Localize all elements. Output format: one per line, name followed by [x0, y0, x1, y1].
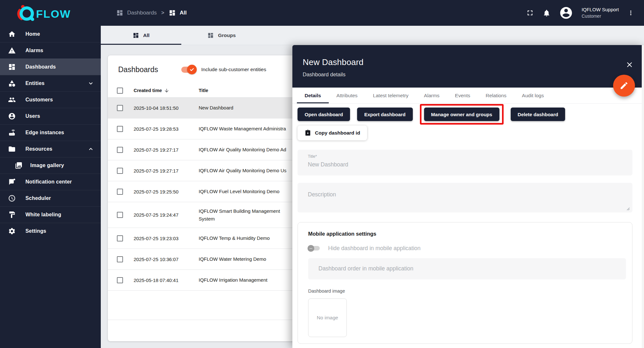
- clock-icon: [8, 194, 16, 202]
- description-field[interactable]: Description: [298, 183, 632, 212]
- check-icon: [189, 67, 194, 72]
- topbar-actions: IQFLOW Support Customer: [526, 6, 644, 20]
- sidebar-nav: Home Alarms Dashboards Entities Customer…: [0, 26, 101, 348]
- row-checkbox[interactable]: [117, 189, 123, 195]
- dashboard-order-field[interactable]: Dashboard order in mobile application: [308, 258, 626, 279]
- row-checkbox[interactable]: [117, 235, 123, 241]
- breadcrumb-dashboards[interactable]: Dashboards: [116, 9, 157, 16]
- row-checkbox[interactable]: [117, 277, 123, 283]
- row-checkbox[interactable]: [117, 168, 123, 174]
- tab-details[interactable]: Details: [297, 88, 329, 103]
- panel-tabs: Details Attributes Latest telemetry Alar…: [292, 88, 644, 104]
- row-checkbox[interactable]: [117, 147, 123, 153]
- people-icon: [8, 96, 16, 104]
- user-info: IQFLOW Support Customer: [582, 6, 619, 19]
- app-logo[interactable]: FLOW: [0, 4, 101, 22]
- include-subcustomer-toggle[interactable]: [181, 66, 196, 73]
- sidebar-item-edge-instances[interactable]: Edge instances: [0, 124, 101, 141]
- sidebar-item-alarms[interactable]: Alarms: [0, 42, 101, 59]
- table-title: Dashboards: [118, 65, 158, 74]
- active-tab-indicator: [101, 44, 181, 45]
- breadcrumb-label: Dashboards: [127, 10, 157, 16]
- hide-dashboard-toggle[interactable]: [308, 245, 320, 252]
- open-dashboard-button[interactable]: Open dashboard: [298, 108, 350, 121]
- panel-body: Open dashboard Export dashboard Manage o…: [292, 104, 644, 348]
- notifications-bell-icon[interactable]: [543, 9, 551, 17]
- dashboard-grid-icon: [133, 32, 139, 39]
- sidebar-item-image-gallery[interactable]: Image gallery: [0, 157, 101, 174]
- router-icon: [8, 129, 16, 136]
- tab-attributes[interactable]: Attributes: [329, 88, 365, 103]
- mobile-settings-heading: Mobile application settings: [308, 231, 632, 237]
- dashboard-order-placeholder: Dashboard order in mobile application: [318, 265, 626, 272]
- sidebar-item-notification-center[interactable]: Notification center: [0, 174, 101, 190]
- hide-dashboard-label: Hide dashboard in mobile application: [328, 245, 421, 252]
- sidebar-item-settings[interactable]: Settings: [0, 223, 101, 239]
- breadcrumb: Dashboards > All: [116, 9, 187, 16]
- panel-subtitle: Dashboard details: [303, 71, 644, 78]
- sidebar-item-scheduler[interactable]: Scheduler: [0, 190, 101, 206]
- tab-relations[interactable]: Relations: [478, 88, 514, 103]
- tab-all[interactable]: All: [101, 26, 181, 45]
- chevron-up-icon: [87, 146, 94, 153]
- home-icon: [8, 30, 16, 38]
- title-field[interactable]: Title* New Dashboard: [298, 150, 632, 175]
- sidebar-item-customers[interactable]: Customers: [0, 91, 101, 108]
- include-subcustomer-label: Include sub-customer entities: [201, 67, 266, 72]
- sidebar-item-entities[interactable]: Entities: [0, 75, 101, 91]
- photo-library-icon: [15, 162, 23, 169]
- panel-scrollbar[interactable]: [642, 45, 644, 348]
- manage-owner-groups-button[interactable]: Manage owner and groups: [424, 108, 499, 121]
- breadcrumb-all[interactable]: All: [169, 9, 187, 16]
- title-field-value: New Dashboard: [308, 161, 632, 168]
- account-circle-icon: [8, 112, 16, 120]
- folder-icon: [8, 145, 16, 153]
- delete-dashboard-button[interactable]: Delete dashboard: [511, 108, 565, 121]
- sidebar-item-users[interactable]: Users: [0, 108, 101, 124]
- column-created-time[interactable]: Created time: [134, 88, 199, 93]
- highlight-annotation-box: Manage owner and groups: [420, 104, 504, 125]
- tab-groups[interactable]: Groups: [181, 26, 262, 45]
- export-dashboard-button[interactable]: Export dashboard: [357, 108, 412, 121]
- resize-grip-icon[interactable]: [626, 207, 630, 211]
- iqflow-logo-icon: FLOW: [15, 4, 84, 22]
- sidebar-item-resources[interactable]: Resources: [0, 141, 101, 157]
- category-shapes-icon: [8, 80, 16, 87]
- row-checkbox[interactable]: [117, 212, 123, 218]
- copy-dashboard-id-button[interactable]: Copy dashboard id: [298, 126, 367, 140]
- row-checkbox[interactable]: [117, 105, 123, 111]
- tab-events[interactable]: Events: [447, 88, 478, 103]
- tab-latest-telemetry[interactable]: Latest telemetry: [365, 88, 416, 103]
- row-checkbox[interactable]: [117, 256, 123, 262]
- edit-fab-button[interactable]: [613, 75, 635, 97]
- mobile-settings-card: Mobile application settings Hide dashboa…: [298, 222, 632, 344]
- top-bar: FLOW Dashboards > All IQFLOW Support: [0, 0, 644, 26]
- user-avatar-icon[interactable]: [559, 6, 573, 20]
- kebab-menu-icon[interactable]: [627, 9, 634, 16]
- tab-audit-logs[interactable]: Audit logs: [514, 88, 552, 103]
- panel-actions: Open dashboard Export dashboard Manage o…: [298, 104, 565, 124]
- sidebar-item-white-labeling[interactable]: White labeling: [0, 206, 101, 223]
- clipboard-icon: [305, 130, 311, 136]
- dashboard-details-panel: New Dashboard Dashboard details Details …: [292, 45, 644, 348]
- format-paint-icon: [8, 211, 16, 219]
- gear-icon: [8, 227, 16, 235]
- sort-desc-icon: [164, 88, 169, 93]
- sidebar-item-home[interactable]: Home: [0, 26, 101, 42]
- sidebar-item-dashboards[interactable]: Dashboards: [0, 59, 101, 75]
- dashboard-grid-icon: [116, 9, 123, 16]
- panel-header: New Dashboard Dashboard details: [292, 45, 644, 88]
- row-checkbox[interactable]: [117, 126, 123, 132]
- breadcrumb-separator: >: [161, 10, 164, 16]
- warning-icon: [8, 47, 16, 54]
- tab-alarms[interactable]: Alarms: [416, 88, 447, 103]
- dashboard-grid-icon: [8, 63, 16, 71]
- user-role: Customer: [582, 13, 619, 19]
- chevron-down-icon: [87, 80, 94, 87]
- dashboard-image-dropzone[interactable]: No image: [308, 298, 347, 337]
- svg-text:FLOW: FLOW: [36, 8, 71, 20]
- dashboard-grid-icon: [207, 32, 214, 39]
- select-all-checkbox[interactable]: [117, 88, 123, 94]
- fullscreen-icon[interactable]: [526, 9, 534, 17]
- close-icon[interactable]: [625, 61, 634, 69]
